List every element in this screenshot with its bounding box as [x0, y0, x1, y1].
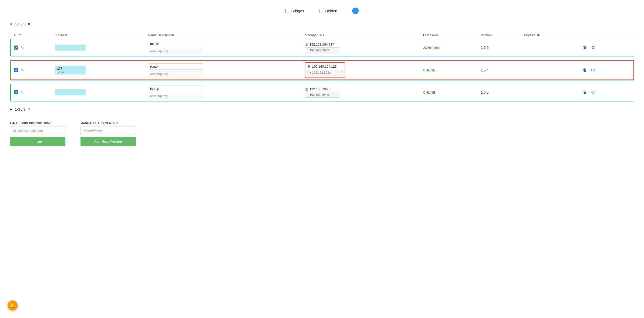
ip-cell-1: 🗑 192.168.194.137: [302, 39, 420, 56]
auth-cell-3: ✎: [11, 84, 52, 101]
ip-cell-3: 🗑 192.168.194.8: [302, 84, 420, 101]
settings-button-1[interactable]: ⚙: [589, 44, 596, 51]
name-cell-1: [145, 39, 302, 56]
manual-add-group: MANUALLY ADD MEMBER Add New Member: [80, 122, 136, 146]
pagination-range-bottom: 1-3 / 3: [15, 107, 26, 111]
auth-checkbox-2[interactable]: [14, 68, 18, 72]
invite-button[interactable]: Invite: [10, 137, 65, 146]
last-seen-cell-2: ONLINE: [420, 60, 478, 80]
last-seen-cell-1: 2D 6H 19M: [420, 39, 478, 56]
table-row: ✎ a27 0e:8c: [11, 60, 634, 80]
auth-checkbox-1[interactable]: [14, 46, 18, 50]
managed-ip-1: 192.168.194.137: [310, 43, 334, 46]
last-page-button[interactable]: »: [28, 22, 30, 26]
auth-cell-2: ✎: [11, 60, 52, 80]
edit-icon-2[interactable]: ✎: [21, 68, 24, 72]
auth-checkbox-3[interactable]: [14, 90, 18, 94]
version-2: 1.6.4: [481, 68, 489, 72]
bottom-section: E-MAIL JOIN INSTRUCTIONS Invite MANUALLY…: [10, 122, 634, 146]
first-page-button-bottom[interactable]: «: [10, 107, 12, 111]
delete-button-2[interactable]: 🗑: [581, 67, 588, 73]
desc-input-1[interactable]: [148, 48, 203, 54]
spacer-row-1: [11, 57, 634, 60]
delete-button-3[interactable]: 🗑: [581, 89, 588, 96]
bridges-checkbox[interactable]: [285, 9, 289, 13]
col-physical-ip: Physical IP: [521, 31, 578, 39]
name-cell-2: [145, 60, 302, 80]
auth-cell-1: ✎: [11, 39, 52, 56]
ip-cell-2: 🗑 192.168.194.123: [302, 60, 420, 80]
add-member-button[interactable]: Add New Member: [80, 137, 136, 146]
col-managed-ips: Managed IPs: [302, 31, 420, 39]
col-address: Address: [52, 31, 145, 39]
bridges-filter[interactable]: Bridges: [285, 9, 304, 13]
spacer-row-2: [11, 81, 634, 84]
last-seen-1: 2D 6H 19M: [423, 46, 440, 50]
notification-icon: 🔔: [10, 303, 15, 308]
last-seen-cell-3: ONLINE: [420, 84, 478, 101]
managed-ip-3: 192.168.194.8: [310, 87, 331, 91]
table-row: ✎ 🗑 192.168.194.8: [11, 84, 634, 101]
version-1: 1.6.5: [481, 46, 489, 50]
notification-dot[interactable]: 🔔: [8, 300, 18, 310]
email-join-label: E-MAIL JOIN INSTRUCTIONS: [10, 122, 65, 125]
settings-button-2[interactable]: ⚙: [589, 67, 596, 73]
address-cell-3: [52, 84, 145, 101]
version-cell-3: 1.6.5: [478, 84, 521, 101]
add-ip-input-2[interactable]: [307, 70, 343, 75]
settings-button-3[interactable]: ⚙: [589, 89, 596, 96]
add-ip-input-1[interactable]: [305, 47, 340, 53]
action-cell-1: 🗑 ⚙: [578, 39, 634, 56]
last-seen-2: ONLINE: [423, 68, 435, 72]
name-input-2[interactable]: [148, 63, 203, 70]
last-seen-3: ONLINE: [423, 91, 435, 94]
count-badge: 0: [352, 8, 359, 14]
pagination-bottom: « 1-3 / 3 »: [10, 107, 634, 111]
pagination-range-top: 1-3 / 3: [15, 22, 26, 26]
name-input-3[interactable]: [148, 86, 203, 92]
trash-icon-1[interactable]: 🗑: [305, 43, 308, 46]
table-row: ✎ 🗑 192.168.194.137: [11, 39, 634, 56]
hidden-filter[interactable]: Hidden: [319, 9, 337, 13]
first-page-button[interactable]: «: [10, 22, 12, 26]
hidden-label: Hidden: [325, 9, 337, 13]
email-join-group: E-MAIL JOIN INSTRUCTIONS Invite: [10, 122, 65, 146]
name-input-1[interactable]: [148, 41, 203, 47]
edit-icon-1[interactable]: ✎: [21, 45, 24, 50]
edit-icon-3[interactable]: ✎: [21, 90, 24, 95]
top-filters: Bridges Hidden 0: [10, 5, 634, 19]
address-cell-1: [52, 39, 145, 56]
add-ip-input-3[interactable]: [305, 92, 340, 98]
hidden-checkbox[interactable]: [319, 9, 323, 13]
action-cell-2: 🗑 ⚙: [578, 60, 634, 80]
desc-input-3[interactable]: [148, 93, 203, 99]
managed-ip-2: 192.168.194.123: [312, 65, 337, 68]
trash-icon-3[interactable]: 🗑: [305, 87, 308, 91]
action-cell-3: 🗑 ⚙: [578, 84, 634, 101]
col-name: Name/Description: [145, 31, 302, 39]
trash-icon-2[interactable]: 🗑: [307, 65, 311, 68]
physical-ip-cell-1: [521, 39, 578, 56]
pagination-top: « 1-3 / 3 »: [10, 22, 634, 26]
version-cell-2: 1.6.4: [478, 60, 521, 80]
physical-ip-cell-3: [521, 84, 578, 101]
table-header-row: Auth? Address Name/Description Managed I…: [11, 31, 634, 39]
col-last-seen: Last Seen: [420, 31, 478, 39]
last-page-button-bottom[interactable]: »: [28, 107, 30, 111]
name-cell-3: [145, 84, 302, 101]
col-actions: [578, 31, 634, 39]
accent-row-3: [11, 101, 634, 102]
desc-input-2[interactable]: [148, 71, 203, 77]
manual-add-label: MANUALLY ADD MEMBER: [80, 122, 136, 125]
address-cell-2: a27 0e:8c: [52, 60, 145, 80]
physical-ip-cell-2: [521, 60, 578, 80]
version-cell-1: 1.6.5: [478, 39, 521, 56]
version-3: 1.6.5: [481, 90, 489, 94]
col-version: Version: [478, 31, 521, 39]
members-table: Auth? Address Name/Description Managed I…: [10, 31, 634, 102]
email-join-input[interactable]: [10, 127, 65, 135]
delete-button-1[interactable]: 🗑: [581, 45, 588, 51]
manual-add-input[interactable]: [80, 127, 136, 135]
bridges-label: Bridges: [291, 9, 304, 13]
col-auth: Auth?: [11, 31, 52, 39]
